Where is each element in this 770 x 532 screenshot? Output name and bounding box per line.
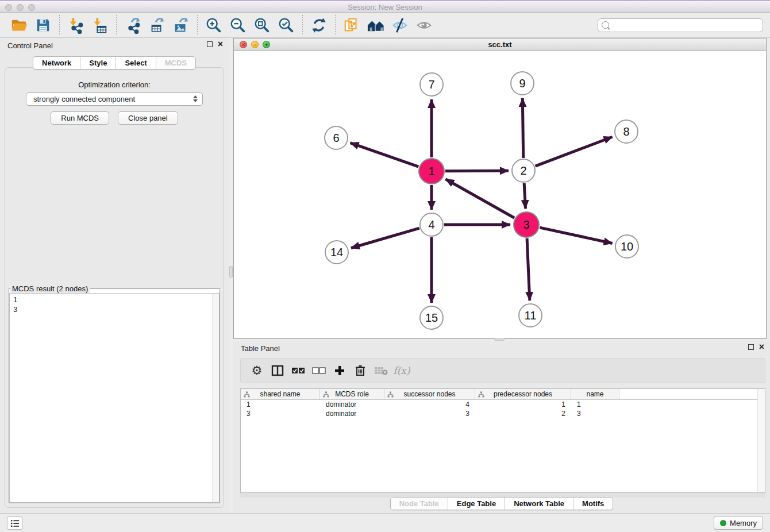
cell-successor-nodes[interactable]: 3 <box>384 410 475 418</box>
zoom-out-button[interactable] <box>228 16 248 35</box>
dropdown-stepper-icon <box>193 95 198 102</box>
cell-successor-nodes[interactable]: 4 <box>384 400 475 408</box>
unchecked-boxes-icon <box>312 367 326 374</box>
edge-3-1[interactable] <box>445 179 514 218</box>
mcds-result-area[interactable]: 1 3 <box>9 293 220 503</box>
edge-2-8[interactable] <box>536 137 613 166</box>
graph-node-11[interactable]: 11 <box>518 303 542 327</box>
table-settings-button[interactable]: ⚙ <box>247 360 267 381</box>
network-canvas[interactable]: 7968124314101511 <box>234 51 766 338</box>
tab-select[interactable]: Select <box>116 57 156 69</box>
run-mcds-button[interactable]: Run MCDS <box>51 111 109 125</box>
task-history-button[interactable] <box>7 516 22 530</box>
tab-node-table[interactable]: Node Table <box>391 498 448 510</box>
edge-2-9[interactable] <box>522 98 523 158</box>
tab-network[interactable]: Network <box>33 57 80 69</box>
tab-network-table[interactable]: Network Table <box>505 498 573 510</box>
cell-shared-name[interactable]: 3 <box>241 410 320 418</box>
tab-mcds[interactable]: MCDS <box>156 57 195 69</box>
mcds-result-title: MCDS result (2 nodes) <box>10 284 90 293</box>
eye-icon <box>415 17 433 34</box>
tab-motifs[interactable]: Motifs <box>573 498 613 510</box>
criterion-dropdown[interactable]: strongly connected component <box>26 92 203 106</box>
create-column-button[interactable] <box>329 360 350 381</box>
cell-predecessor-nodes[interactable]: 2 <box>475 410 571 418</box>
edge-1-2[interactable] <box>445 171 509 171</box>
table-row[interactable]: 1dominator411 <box>241 400 765 409</box>
close-panel-button[interactable]: Close panel <box>118 111 178 125</box>
network-view-window: ✕ − + scc.txt 7968124314101511 <box>233 38 767 339</box>
column-header-shared-name[interactable]: shared name <box>241 389 320 399</box>
search-input[interactable] <box>612 21 759 29</box>
tab-style[interactable]: Style <box>80 57 116 69</box>
save-session-button[interactable] <box>33 16 53 35</box>
list-icon <box>10 519 20 527</box>
close-panel-icon[interactable]: × <box>218 41 223 47</box>
import-table-button[interactable] <box>90 16 110 35</box>
graph-node-9[interactable]: 9 <box>510 71 534 95</box>
graph-node-15[interactable]: 15 <box>419 306 444 330</box>
hide-selected-button[interactable] <box>390 16 410 35</box>
new-network-from-selection-button[interactable] <box>342 16 361 35</box>
toolbar-separator <box>116 15 117 36</box>
delete-table-button[interactable] <box>371 360 391 381</box>
export-network-button[interactable] <box>123 16 143 35</box>
select-all-button[interactable] <box>288 360 309 381</box>
column-header-mcds-role[interactable]: MCDS role <box>320 389 384 399</box>
table-row[interactable]: 3dominator323 <box>241 409 765 418</box>
memory-button[interactable]: Memory <box>714 516 763 530</box>
close-table-panel-icon[interactable]: × <box>759 344 764 350</box>
edge-1-6[interactable] <box>351 143 419 167</box>
cell-mcds-role[interactable]: dominator <box>320 410 384 418</box>
search-field[interactable] <box>598 18 763 32</box>
graph-node-1[interactable]: 1 <box>418 158 445 184</box>
vertical-splitter-handle[interactable] <box>229 266 233 277</box>
function-builder-button[interactable]: f(x) <box>391 360 412 381</box>
show-column-button[interactable] <box>267 360 288 381</box>
edge-4-14[interactable] <box>351 228 419 248</box>
cell-name[interactable]: 1 <box>571 400 619 408</box>
network-window-title: scc.txt <box>234 40 766 49</box>
result-scrollbar[interactable] <box>212 294 219 502</box>
zoom-in-button[interactable] <box>204 16 224 35</box>
control-panel: Control Panel × NetworkStyleSelectMCDS O… <box>0 38 229 513</box>
graph-node-8[interactable]: 8 <box>614 119 638 144</box>
graph-node-10[interactable]: 10 <box>615 234 639 259</box>
zoom-selected-button[interactable] <box>276 16 296 35</box>
delete-column-button[interactable] <box>350 360 371 381</box>
column-header-predecessor-nodes[interactable]: predecessor nodes <box>475 389 571 399</box>
graph-node-4[interactable]: 4 <box>419 213 444 237</box>
tab-edge-table[interactable]: Edge Table <box>448 498 505 510</box>
graph-node-14[interactable]: 14 <box>325 240 349 264</box>
float-table-panel-icon[interactable] <box>748 344 754 350</box>
open-session-button[interactable] <box>9 16 29 35</box>
plus-icon <box>334 365 345 376</box>
graph-node-6[interactable]: 6 <box>324 126 348 150</box>
edge-2-3[interactable] <box>524 183 525 209</box>
table-scrollbar[interactable] <box>757 389 765 492</box>
refresh-view-button[interactable] <box>309 16 329 35</box>
node-table: shared nameMCDS rolesuccessor nodesprede… <box>240 388 765 493</box>
zoom-fit-button[interactable] <box>252 16 272 35</box>
export-image-button[interactable] <box>171 16 191 35</box>
column-header-successor-nodes[interactable]: successor nodes <box>384 389 475 399</box>
edge-3-10[interactable] <box>540 228 612 243</box>
cell-predecessor-nodes[interactable]: 1 <box>475 400 571 408</box>
float-panel-icon[interactable] <box>207 41 213 47</box>
cell-name[interactable]: 3 <box>571 410 619 418</box>
import-network-button[interactable] <box>66 16 86 35</box>
edge-3-11[interactable] <box>527 238 530 300</box>
header-filler <box>619 389 765 399</box>
deselect-all-button[interactable] <box>309 360 329 381</box>
graph-node-7[interactable]: 7 <box>419 72 444 97</box>
export-table-button[interactable] <box>147 16 167 35</box>
window-title: Session: New Session <box>0 3 770 11</box>
show-all-button[interactable] <box>414 16 434 35</box>
graph-node-3[interactable]: 3 <box>513 211 540 238</box>
cell-shared-name[interactable]: 1 <box>241 400 320 408</box>
column-header-name[interactable]: name <box>571 389 619 399</box>
import-table-icon <box>91 17 109 34</box>
cell-mcds-role[interactable]: dominator <box>320 400 384 408</box>
first-neighbors-button[interactable] <box>366 16 386 35</box>
graph-node-2[interactable]: 2 <box>511 159 536 183</box>
